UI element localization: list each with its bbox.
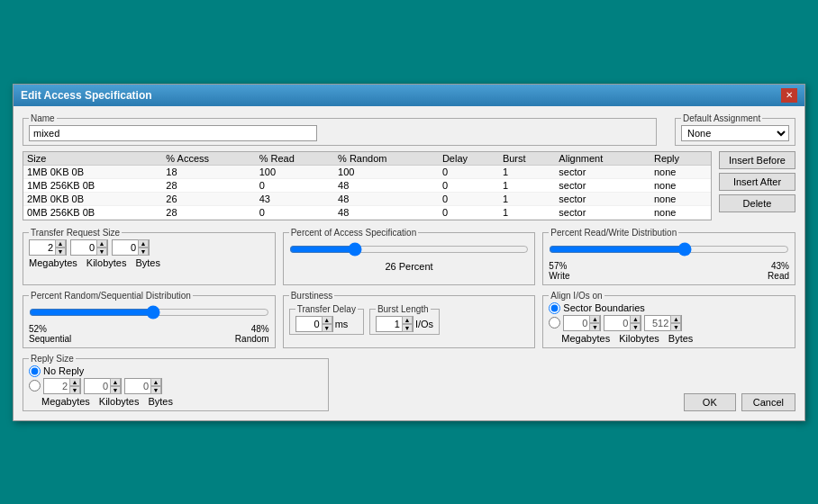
- random-label: Random: [235, 334, 269, 344]
- dialog-title: Edit Access Specification: [21, 89, 152, 102]
- insert-before-button[interactable]: Insert Before: [719, 151, 795, 169]
- burst-length-legend: Burst Length: [376, 304, 431, 314]
- no-reply-input[interactable]: [29, 365, 41, 377]
- align-ios-label: Align I/Os on: [549, 291, 604, 301]
- burst-up[interactable]: ▲: [402, 316, 413, 324]
- reply-mb-up[interactable]: ▲: [69, 378, 80, 386]
- table-buttons: Insert Before Insert After Delete: [719, 151, 795, 220]
- reply-mb-unit: Megabytes: [41, 396, 90, 407]
- insert-after-button[interactable]: Insert After: [719, 173, 795, 191]
- cancel-button[interactable]: Cancel: [741, 393, 795, 411]
- burstiness-panel: Burstiness Transfer Delay ▲ ▼: [283, 291, 536, 348]
- percent-access-panel: Percent of Access Specification 26 Perce…: [283, 228, 536, 285]
- reply-size-label: Reply Size: [29, 354, 76, 364]
- col-random: % Random: [334, 152, 439, 166]
- panels-row-2: Percent Random/Sequential Distribution 5…: [23, 291, 795, 348]
- align-kb-input[interactable]: [604, 317, 630, 329]
- delay-unit: ms: [335, 319, 349, 329]
- name-input[interactable]: [29, 125, 317, 141]
- table-row[interactable]: 1MB 0KB 0B1810010001sectornone: [23, 165, 711, 178]
- random-value: 48%: [251, 324, 269, 334]
- reply-mb-input[interactable]: [44, 380, 69, 392]
- reply-kb-unit: Kilobytes: [99, 396, 140, 407]
- reply-b-spinbox: ▲ ▼: [124, 378, 162, 394]
- col-size: Size: [23, 152, 162, 166]
- title-bar: Edit Access Specification ✕: [14, 85, 804, 106]
- delay-down[interactable]: ▼: [322, 324, 332, 332]
- sector-radio-input[interactable]: [549, 302, 560, 314]
- b-down[interactable]: ▼: [138, 248, 149, 256]
- reply-radio-group: No Reply ▲ ▼: [29, 365, 323, 394]
- col-reply: Reply: [650, 152, 711, 166]
- transfer-spinbox-row: ▲ ▼ ▲ ▼ ▲: [29, 239, 269, 256]
- kb-up[interactable]: ▲: [96, 239, 107, 248]
- b-up[interactable]: ▲: [138, 239, 149, 248]
- burst-length-fieldset: Burst Length ▲ ▼ I/Os: [369, 304, 440, 335]
- close-button[interactable]: ✕: [781, 88, 797, 103]
- col-delay: Delay: [439, 152, 499, 166]
- kb-down[interactable]: ▼: [96, 248, 107, 256]
- delete-button[interactable]: Delete: [719, 194, 795, 212]
- col-alignment: Alignment: [555, 152, 650, 166]
- mb-up[interactable]: ▲: [55, 239, 66, 248]
- percent-access-slider[interactable]: [289, 243, 530, 256]
- burst-input[interactable]: [377, 318, 402, 330]
- percent-random-slider[interactable]: [29, 306, 269, 319]
- reply-mb-down[interactable]: ▼: [69, 386, 80, 394]
- align-kb-down[interactable]: ▼: [630, 323, 641, 331]
- percent-random-panel: Percent Random/Sequential Distribution 5…: [23, 291, 276, 348]
- col-burst: Burst: [499, 152, 555, 166]
- align-mb-up[interactable]: ▲: [589, 315, 600, 323]
- reply-kb-input[interactable]: [85, 380, 110, 392]
- default-assignment-dropdown[interactable]: None Read Write: [681, 125, 789, 141]
- name-label: Name: [29, 113, 57, 123]
- kb-spinbox: ▲ ▼: [70, 239, 108, 256]
- align-b-spinbox: ▲ ▼: [644, 315, 682, 331]
- b-spinbox: ▲ ▼: [112, 239, 150, 256]
- dialog-body: Name Default Assignment None Read Write …: [14, 106, 804, 420]
- transfer-units-row: Megabytes Kilobytes Bytes: [29, 257, 269, 268]
- col-read: % Read: [256, 152, 334, 166]
- align-b-up[interactable]: ▲: [670, 315, 681, 323]
- reply-b-input[interactable]: [125, 380, 150, 392]
- align-b-unit: Bytes: [668, 333, 694, 344]
- custom-reply-input[interactable]: [29, 380, 41, 392]
- table-row[interactable]: 1MB 256KB 0B2804801sectornone: [23, 178, 711, 192]
- custom-reply-radio: ▲ ▼ ▲ ▼: [29, 378, 323, 394]
- reply-units-row: Megabytes Kilobytes Bytes: [29, 396, 323, 407]
- custom-radio-input[interactable]: [549, 317, 560, 328]
- reply-kb-up[interactable]: ▲: [110, 378, 121, 386]
- access-spec-table: Size % Access % Read % Random Delay Burs…: [23, 152, 711, 220]
- table-area: Size % Access % Read % Random Delay Burs…: [23, 151, 795, 220]
- delay-up[interactable]: ▲: [322, 316, 332, 324]
- align-mb-down[interactable]: ▼: [589, 323, 600, 331]
- align-mb-input[interactable]: [564, 317, 589, 329]
- random-label-row: 52% Sequential 48% Random: [29, 324, 269, 344]
- align-b-input[interactable]: [645, 317, 670, 329]
- reply-b-down[interactable]: ▼: [150, 386, 161, 394]
- percent-rw-slider[interactable]: [549, 243, 789, 256]
- write-value: 57%: [549, 261, 567, 271]
- align-sector-radio: Sector Boundaries: [549, 302, 789, 314]
- table-row[interactable]: 0MB 256KB 0B2804801sectornone: [23, 205, 711, 219]
- align-kb-up[interactable]: ▲: [630, 315, 641, 323]
- align-mb-spinbox: ▲ ▼: [563, 315, 601, 331]
- table-row[interactable]: 2MB 0KB 0B26434801sectornone: [23, 192, 711, 205]
- burst-down[interactable]: ▼: [402, 324, 413, 332]
- transfer-delay-spinbox: ▲ ▼ ms: [295, 316, 358, 332]
- b-input[interactable]: [113, 241, 138, 254]
- mb-down[interactable]: ▼: [55, 248, 66, 256]
- ok-button[interactable]: OK: [684, 393, 736, 411]
- burst-unit: I/Os: [415, 319, 433, 329]
- delay-input[interactable]: [296, 318, 322, 330]
- burst-length-spinbox: ▲ ▼ I/Os: [376, 316, 433, 332]
- reply-kb-down[interactable]: ▼: [110, 386, 121, 394]
- mb-input[interactable]: [30, 241, 55, 254]
- align-b-down[interactable]: ▼: [670, 323, 681, 331]
- default-assignment-fieldset: Default Assignment None Read Write: [675, 113, 795, 146]
- kb-input[interactable]: [71, 241, 96, 254]
- align-units-row: Megabytes Kilobytes Bytes: [549, 333, 789, 344]
- panels-row-1: Transfer Request Size ▲ ▼ ▲ ▼: [23, 228, 795, 285]
- reply-mb-spinbox: ▲ ▼: [43, 378, 81, 394]
- reply-b-up[interactable]: ▲: [150, 378, 161, 386]
